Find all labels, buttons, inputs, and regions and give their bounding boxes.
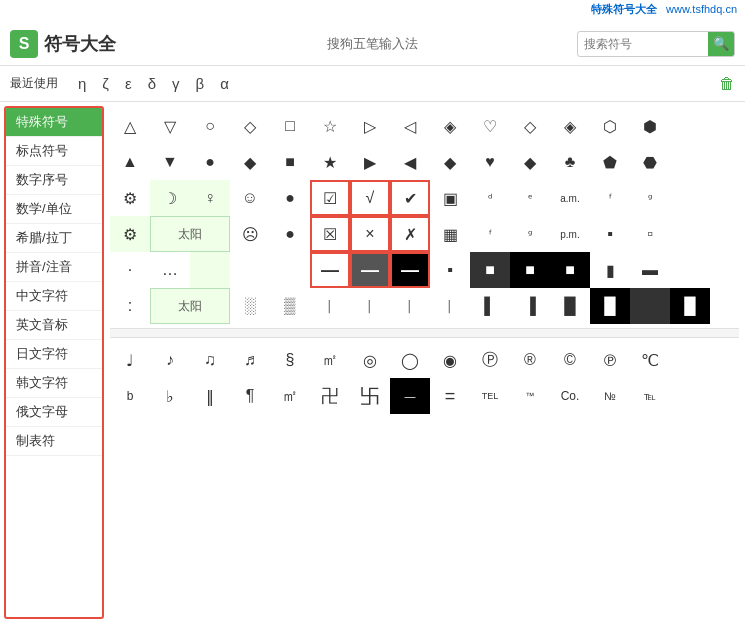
symbol-cell[interactable]: ◈ xyxy=(430,108,470,144)
symbol-cell[interactable]: ㎡ xyxy=(310,342,350,378)
symbol-cell[interactable]: … xyxy=(150,252,190,288)
sidebar-item-math[interactable]: 数学/单位 xyxy=(6,195,102,224)
recent-symbol[interactable]: α xyxy=(220,75,229,92)
symbol-cell[interactable]: │ xyxy=(390,288,430,324)
symbol-cell[interactable]: ᶠ xyxy=(470,216,510,252)
symbol-cell[interactable]: ☆ xyxy=(310,108,350,144)
symbol-cell[interactable]: ■ xyxy=(270,144,310,180)
symbol-cell[interactable]: ▐ xyxy=(510,288,550,324)
symbol-cell[interactable]: ▷ xyxy=(350,108,390,144)
symbol-cell-dash-med[interactable]: — xyxy=(350,252,390,288)
symbol-cell-dash-short[interactable]: — xyxy=(310,252,350,288)
symbol-cell-times[interactable]: × xyxy=(350,216,390,252)
sidebar-item-punctuation[interactable]: 标点符号 xyxy=(6,137,102,166)
symbol-cell[interactable]: ▽ xyxy=(150,108,190,144)
symbol-cell[interactable]: ℃ xyxy=(630,342,670,378)
symbol-cell-check[interactable]: √ xyxy=(350,180,390,216)
symbol-cell[interactable]: ᵍ xyxy=(510,216,550,252)
symbol-cell[interactable]: : xyxy=(110,288,150,324)
symbol-cell[interactable]: ▌ xyxy=(470,288,510,324)
symbol-cell[interactable]: ◆ xyxy=(430,144,470,180)
symbol-cell[interactable]: ⬡ xyxy=(590,108,630,144)
symbol-cell[interactable]: ☺ xyxy=(230,180,270,216)
symbol-cell[interactable]: ♩ xyxy=(110,342,150,378)
symbol-cell[interactable]: ◆ xyxy=(230,144,270,180)
symbol-cell[interactable]: ● xyxy=(270,216,310,252)
symbol-cell[interactable]: ㎡ xyxy=(270,378,310,414)
symbol-cell[interactable]: ◎ xyxy=(350,342,390,378)
symbol-cell[interactable]: ℡ xyxy=(630,378,670,414)
sidebar-item-greek[interactable]: 希腊/拉丁 xyxy=(6,224,102,253)
symbol-cell[interactable]: ® xyxy=(510,342,550,378)
search-input[interactable] xyxy=(578,37,708,51)
symbol-cell[interactable]: ♡ xyxy=(470,108,510,144)
symbol-cell[interactable]: █ xyxy=(670,288,710,324)
symbol-cell-sun[interactable]: 太阳 xyxy=(150,216,230,252)
symbol-cell[interactable]: ☽ xyxy=(150,180,190,216)
recent-symbol[interactable]: δ xyxy=(148,75,156,92)
symbol-cell[interactable]: — xyxy=(390,378,430,414)
symbol-cell[interactable]: b xyxy=(110,378,150,414)
symbol-cell[interactable]: ™ xyxy=(510,378,550,414)
symbol-cell[interactable]: ‖ xyxy=(190,378,230,414)
symbol-cell[interactable]: № xyxy=(590,378,630,414)
symbol-cell[interactable]: = xyxy=(430,378,470,414)
symbol-cell[interactable]: │ xyxy=(350,288,390,324)
sidebar-item-russian[interactable]: 俄文字母 xyxy=(6,398,102,427)
symbol-cell[interactable]: ░ xyxy=(230,288,270,324)
symbol-cell[interactable]: ☹ xyxy=(230,216,270,252)
symbol-cell[interactable]: ■ xyxy=(550,252,590,288)
symbol-cell[interactable]: █ xyxy=(550,288,590,324)
symbol-cell[interactable]: § xyxy=(270,342,310,378)
symbol-cell[interactable]: ᵍ xyxy=(630,180,670,216)
symbol-cell[interactable] xyxy=(190,252,230,288)
sidebar-item-table[interactable]: 制表符 xyxy=(6,427,102,456)
symbol-cell[interactable]: ■ xyxy=(510,252,550,288)
symbol-cell[interactable]: ▲ xyxy=(110,144,150,180)
symbol-cell[interactable]: ▣ xyxy=(430,180,470,216)
symbol-cell[interactable]: · xyxy=(110,252,150,288)
symbol-cell[interactable]: █ xyxy=(590,288,630,324)
symbol-cell[interactable]: ▶ xyxy=(350,144,390,180)
symbol-cell[interactable]: △ xyxy=(110,108,150,144)
symbol-cell-dash-long[interactable]: — xyxy=(390,252,430,288)
symbol-cell[interactable]: □ xyxy=(270,108,310,144)
symbol-cell[interactable]: TEL xyxy=(470,378,510,414)
symbol-cell[interactable]: ⬟ xyxy=(590,144,630,180)
symbols-panel[interactable]: △ ▽ ○ ◇ □ ☆ ▷ ◁ ◈ ♡ ◇ ◈ ⬡ ⬢ ▲ ▼ ● ◆ xyxy=(104,102,745,623)
sidebar-item-chinese[interactable]: 中文字符 xyxy=(6,282,102,311)
symbol-cell[interactable]: ◁ xyxy=(390,108,430,144)
symbol-cell-boxx[interactable]: ☒ xyxy=(310,216,350,252)
symbol-cell[interactable]: ▦ xyxy=(430,216,470,252)
delete-recent-button[interactable]: 🗑 xyxy=(719,75,735,93)
symbol-cell[interactable]: p.m. xyxy=(550,216,590,252)
symbol-cell[interactable]: ⬢ xyxy=(630,108,670,144)
symbol-cell[interactable]: │ xyxy=(430,288,470,324)
symbol-cell[interactable]: ◯ xyxy=(390,342,430,378)
symbol-cell[interactable]: Ⓟ xyxy=(470,342,510,378)
search-button[interactable]: 🔍 xyxy=(708,31,734,57)
symbol-cell[interactable]: a.m. xyxy=(550,180,590,216)
sidebar-item-phonetic[interactable]: 英文音标 xyxy=(6,311,102,340)
symbol-cell[interactable]: ♬ xyxy=(230,342,270,378)
symbol-cell[interactable]: ▬ xyxy=(630,252,670,288)
symbol-cell[interactable]: ▼ xyxy=(150,144,190,180)
symbol-cell[interactable]: ♭ xyxy=(150,378,190,414)
symbol-cell[interactable]: ● xyxy=(270,180,310,216)
symbol-cell[interactable]: ♪ xyxy=(150,342,190,378)
symbol-cell[interactable]: ᵈ xyxy=(470,180,510,216)
symbol-cell[interactable] xyxy=(230,252,270,288)
symbol-cell[interactable]: ♫ xyxy=(190,342,230,378)
symbol-cell[interactable]: ¶ xyxy=(230,378,270,414)
symbol-cell[interactable]: ᵉ xyxy=(510,180,550,216)
symbol-cell[interactable]: ♥ xyxy=(470,144,510,180)
symbol-cell[interactable]: ◇ xyxy=(230,108,270,144)
symbol-cell[interactable]: ◆ xyxy=(510,144,550,180)
sidebar-item-special[interactable]: 特殊符号 xyxy=(6,108,102,137)
symbol-cell[interactable]: ▪ xyxy=(430,252,470,288)
symbol-cell[interactable]: ᶠ xyxy=(590,180,630,216)
symbol-cell[interactable]: ● xyxy=(190,144,230,180)
sidebar-item-numbers[interactable]: 数字序号 xyxy=(6,166,102,195)
symbol-cell[interactable]: ▫ xyxy=(630,216,670,252)
symbol-cell[interactable]: ▪ xyxy=(590,216,630,252)
